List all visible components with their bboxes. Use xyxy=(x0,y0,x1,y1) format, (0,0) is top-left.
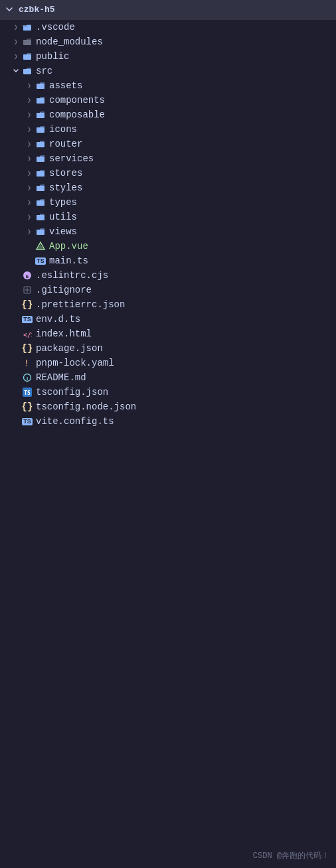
tsconfig-icon: TS xyxy=(21,386,33,398)
file-explorer: czbk-h5 ❯ .vscode ❯ node_modules ❯ publi… xyxy=(0,0,336,429)
composable-chevron-icon: ❯ xyxy=(24,109,35,120)
vscode-folder-icon xyxy=(21,21,33,33)
types-chevron-icon: ❯ xyxy=(24,197,35,208)
folder-item-assets[interactable]: ❯ assets xyxy=(0,78,336,93)
file-item-main-ts[interactable]: ❯ TS main.ts xyxy=(0,253,336,268)
folder-item-vscode[interactable]: ❯ .vscode xyxy=(0,20,336,35)
public-folder-icon xyxy=(21,50,33,62)
watermark: CSDN @奔跑的代码！ xyxy=(253,850,329,861)
components-folder-label: components xyxy=(49,95,105,106)
folder-item-composable[interactable]: ❯ composable xyxy=(0,108,336,122)
assets-folder-label: assets xyxy=(49,80,82,91)
router-folder-label: router xyxy=(49,139,82,149)
git-icon xyxy=(21,284,33,296)
stores-chevron-icon: ❯ xyxy=(24,168,35,179)
file-item-env-d-ts[interactable]: ❯ TS env.d.ts xyxy=(0,312,336,326)
components-chevron-icon: ❯ xyxy=(24,95,35,106)
file-item-gitignore[interactable]: ❯ .gitignore xyxy=(0,283,336,297)
styles-folder-icon xyxy=(35,182,46,194)
folder-item-styles[interactable]: ❯ styles xyxy=(0,181,336,195)
readme-label: README.md xyxy=(36,372,86,383)
folder-item-router[interactable]: ❯ router xyxy=(0,137,336,151)
ts-file-badge-vite: TS xyxy=(22,418,33,425)
svg-text:TS: TS xyxy=(24,390,31,396)
watermark-text: CSDN @奔跑的代码！ xyxy=(253,851,329,861)
folder-item-node-modules[interactable]: ❯ node_modules xyxy=(0,35,336,49)
html-icon: </> xyxy=(21,328,33,340)
json-brace-icon-pkg: {} xyxy=(22,343,33,354)
node-modules-folder-label: node_modules xyxy=(36,36,103,47)
file-item-prettierrc[interactable]: ❯ {} .prettierrc.json xyxy=(0,297,336,312)
node-modules-chevron-icon: ❯ xyxy=(11,36,21,47)
views-folder-icon xyxy=(35,226,46,238)
main-ts-icon: TS xyxy=(35,255,46,267)
services-chevron-icon: ❯ xyxy=(24,153,35,164)
prettierrc-label: .prettierrc.json xyxy=(36,299,125,310)
file-item-package-json[interactable]: ❯ {} package.json xyxy=(0,341,336,356)
vscode-folder-label: .vscode xyxy=(36,22,75,33)
file-item-readme[interactable]: ❯ i README.md xyxy=(0,370,336,385)
tsconfig-node-json-icon: {} xyxy=(21,401,33,413)
json-brace-icon: {} xyxy=(22,299,33,310)
tsconfig-node-json-label: tsconfig.node.json xyxy=(36,401,136,412)
components-folder-icon xyxy=(35,94,46,106)
types-folder-icon xyxy=(35,196,46,208)
file-item-index-html[interactable]: ❯ </> index.html xyxy=(0,326,336,341)
file-item-eslintrc[interactable]: ❯ E .eslintrc.cjs xyxy=(0,268,336,283)
file-item-pnpm-lock[interactable]: ❯ ! pnpm-lock.yaml xyxy=(0,356,336,370)
utils-folder-label: utils xyxy=(49,212,77,222)
folder-item-components[interactable]: ❯ components xyxy=(0,93,336,108)
svg-text:i: i xyxy=(27,376,28,382)
folder-item-views[interactable]: ❯ views xyxy=(0,224,336,239)
types-folder-label: types xyxy=(49,197,77,208)
router-chevron-icon: ❯ xyxy=(24,139,35,149)
icons-folder-icon xyxy=(35,123,46,135)
public-chevron-icon: ❯ xyxy=(11,51,21,62)
svg-text:E: E xyxy=(26,274,29,279)
ts-file-badge-env: TS xyxy=(22,316,33,323)
services-folder-icon xyxy=(35,153,46,165)
file-item-tsconfig-node-json[interactable]: ❯ {} tsconfig.node.json xyxy=(0,399,336,414)
src-chevron-icon xyxy=(11,66,21,76)
app-vue-label: App.vue xyxy=(49,241,88,252)
assets-folder-icon xyxy=(35,80,46,92)
views-folder-label: views xyxy=(49,226,77,237)
folder-item-icons[interactable]: ❯ icons xyxy=(0,122,336,137)
folder-item-public[interactable]: ❯ public xyxy=(0,49,336,64)
public-folder-label: public xyxy=(36,51,69,62)
tsconfig-json-label: tsconfig.json xyxy=(36,387,108,398)
folder-item-utils[interactable]: ❯ utils xyxy=(0,210,336,224)
file-item-tsconfig-json[interactable]: ❯ TS tsconfig.json xyxy=(0,385,336,399)
src-folder-label: src xyxy=(36,66,52,76)
views-chevron-icon: ❯ xyxy=(24,226,35,237)
json-brace-icon-tsnode: {} xyxy=(22,401,33,412)
folder-item-src[interactable]: src xyxy=(0,64,336,78)
package-json-icon: {} xyxy=(21,342,33,354)
pnpm-lock-label: pnpm-lock.yaml xyxy=(36,358,114,368)
package-json-label: package.json xyxy=(36,343,103,354)
env-ts-icon: TS xyxy=(21,313,33,325)
vscode-chevron-icon: ❯ xyxy=(11,22,21,33)
svg-text:!: ! xyxy=(24,358,29,368)
ts-file-badge: TS xyxy=(35,257,46,265)
folder-item-stores[interactable]: ❯ stores xyxy=(0,166,336,181)
stores-folder-label: stores xyxy=(49,168,82,179)
root-folder[interactable]: czbk-h5 xyxy=(0,0,336,20)
folder-item-types[interactable]: ❯ types xyxy=(0,195,336,210)
stores-folder-icon xyxy=(35,167,46,179)
folder-item-services[interactable]: ❯ services xyxy=(0,151,336,166)
eslint-icon: E xyxy=(21,269,33,281)
assets-chevron-icon: ❯ xyxy=(24,80,35,91)
utils-folder-icon xyxy=(35,211,46,223)
svg-rect-1 xyxy=(23,25,27,27)
app-vue-icon xyxy=(35,240,46,252)
vite-ts-icon: TS xyxy=(21,415,33,427)
file-item-app-vue[interactable]: ❯ App.vue xyxy=(0,239,336,253)
composable-folder-icon xyxy=(35,109,46,121)
file-item-vite-config-ts[interactable]: ❯ TS vite.config.ts xyxy=(0,414,336,429)
yaml-icon: ! xyxy=(21,357,33,369)
root-chevron-icon xyxy=(4,5,15,15)
svg-text:</>: </> xyxy=(23,331,32,338)
node-modules-folder-icon xyxy=(21,36,33,48)
gitignore-label: .gitignore xyxy=(36,285,92,295)
